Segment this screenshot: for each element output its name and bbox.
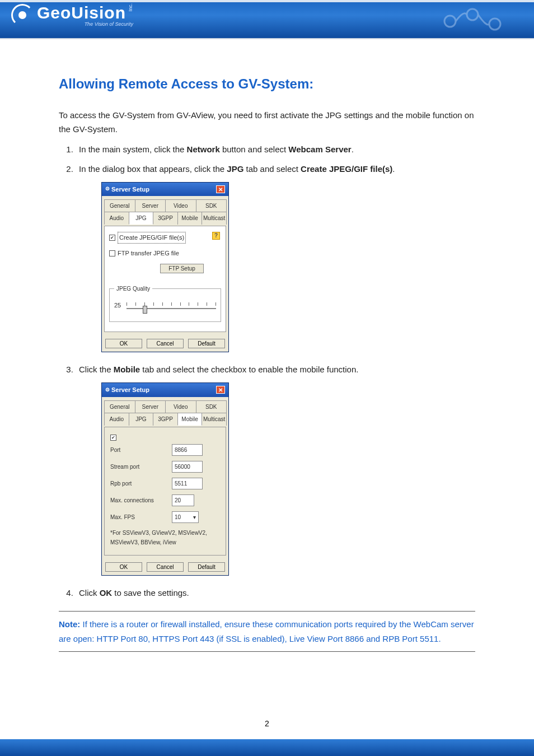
jpeg-quality-group: JPEG Quality 25	[109, 284, 221, 322]
tab-multicast[interactable]: Multicast	[202, 413, 227, 426]
tab-sdk[interactable]: SDK	[196, 199, 227, 212]
ok-button[interactable]: OK	[105, 339, 142, 348]
chevron-down-icon: ▾	[193, 512, 196, 522]
stream-port-input[interactable]: 56000	[172, 461, 203, 473]
note-label: Note:	[59, 619, 80, 629]
step-3: Click the Mobile tab and select the chec…	[76, 362, 475, 575]
rpb-port-input[interactable]: 5511	[172, 478, 203, 489]
ftp-transfer-label: FTP transfer JPEG file	[118, 248, 179, 259]
default-button[interactable]: Default	[188, 562, 225, 572]
rpb-port-label: Rpb port	[110, 479, 172, 488]
port-input[interactable]: 8866	[172, 444, 203, 456]
cancel-button[interactable]: Cancel	[147, 562, 184, 572]
tab-audio[interactable]: Audio	[104, 212, 129, 225]
help-icon[interactable]: ?	[212, 232, 220, 240]
tab-jpg[interactable]: JPG	[129, 212, 154, 225]
close-icon[interactable]: ✕	[216, 185, 225, 193]
max-fps-select[interactable]: 10 ▾	[172, 511, 199, 523]
dialog-titlebar: ⚙ Server Setup ✕	[102, 183, 228, 197]
dialog-title: Server Setup	[111, 184, 149, 195]
tab-mobile[interactable]: Mobile	[177, 413, 203, 426]
dialog-titlebar: ⚙ Server Setup ✕	[102, 383, 228, 397]
jpeg-quality-slider[interactable]	[127, 300, 216, 311]
tab-jpg[interactable]: JPG	[129, 413, 154, 426]
page-footer-bar	[0, 739, 534, 756]
tab-general[interactable]: General	[104, 400, 135, 413]
tab-server[interactable]: Server	[135, 400, 166, 413]
brand-tagline: The Vision of Security	[37, 21, 133, 27]
page-title: Allowing Remote Access to GV-System:	[59, 73, 475, 96]
logo-mark-icon	[11, 4, 34, 26]
app-icon: ⚙	[105, 386, 110, 394]
max-conn-label: Max. connections	[110, 496, 172, 505]
create-jpeg-label: Create JPEG/GIF file(s)	[118, 232, 186, 244]
note-text: If there is a router or firewall install…	[59, 619, 474, 643]
cancel-button[interactable]: Cancel	[147, 339, 184, 348]
jpeg-quality-value: 25	[114, 300, 121, 311]
max-fps-label: Max. FPS	[110, 512, 172, 522]
port-label: Port	[110, 445, 172, 455]
tab-multicast[interactable]: Multicast	[202, 212, 227, 225]
step-1: In the main system, click the Network bu…	[76, 142, 475, 157]
slider-thumb-icon[interactable]	[143, 306, 147, 314]
tab-audio[interactable]: Audio	[104, 413, 129, 426]
instruction-list: In the main system, click the Network bu…	[59, 142, 475, 600]
page-number: 2	[0, 719, 534, 728]
tab-server[interactable]: Server	[135, 199, 166, 212]
document-content: Allowing Remote Access to GV-System: To …	[0, 39, 534, 652]
svg-point-2	[489, 18, 500, 30]
server-setup-dialog-mobile: ⚙ Server Setup ✕ General Server Video SD…	[101, 382, 229, 576]
tab-video[interactable]: Video	[165, 400, 196, 413]
tab-3gpp[interactable]: 3GPP	[153, 212, 178, 225]
close-icon[interactable]: ✕	[216, 386, 225, 394]
server-setup-dialog-jpg: ⚙ Server Setup ✕ General Server Video SD…	[101, 182, 229, 353]
max-conn-input[interactable]: 20	[172, 494, 194, 506]
app-icon: ⚙	[105, 185, 110, 193]
stream-port-label: Stream port	[110, 462, 172, 472]
brand-suffix: Inc.	[128, 3, 133, 12]
tab-sdk[interactable]: SDK	[196, 400, 227, 413]
tab-general[interactable]: General	[104, 199, 135, 212]
default-button[interactable]: Default	[188, 339, 225, 348]
brand-logo: GeoUision Inc. The Vision of Security	[11, 3, 133, 27]
svg-point-0	[444, 16, 456, 27]
create-jpeg-checkbox[interactable]: ✔	[109, 235, 115, 241]
intro-paragraph: To access the GV-System from GV-AView, y…	[59, 108, 475, 137]
svg-point-1	[467, 9, 478, 20]
header-decoration-icon	[433, 4, 517, 35]
page-header: GeoUision Inc. The Vision of Security	[0, 0, 534, 39]
enable-mobile-checkbox[interactable]: ✔	[110, 435, 116, 441]
brand-name: GeoUision	[37, 3, 126, 22]
ok-button[interactable]: OK	[105, 562, 142, 572]
compat-note: *For SSViewV3, GViewV2, MSViewV2, MSView…	[110, 528, 220, 547]
step-2: In the dialog box that appears, click th…	[76, 162, 475, 352]
ftp-transfer-checkbox[interactable]	[109, 250, 115, 256]
tab-mobile[interactable]: Mobile	[177, 212, 203, 225]
tab-video[interactable]: Video	[165, 199, 196, 212]
jpeg-quality-legend: JPEG Quality	[114, 284, 152, 293]
footer-note: Note: If there is a router or firewall i…	[59, 611, 475, 652]
ftp-setup-button[interactable]: FTP Setup	[160, 264, 204, 273]
dialog-title: Server Setup	[111, 385, 149, 395]
step-4: Click OK to save the settings.	[76, 586, 475, 600]
tab-3gpp[interactable]: 3GPP	[153, 413, 178, 426]
